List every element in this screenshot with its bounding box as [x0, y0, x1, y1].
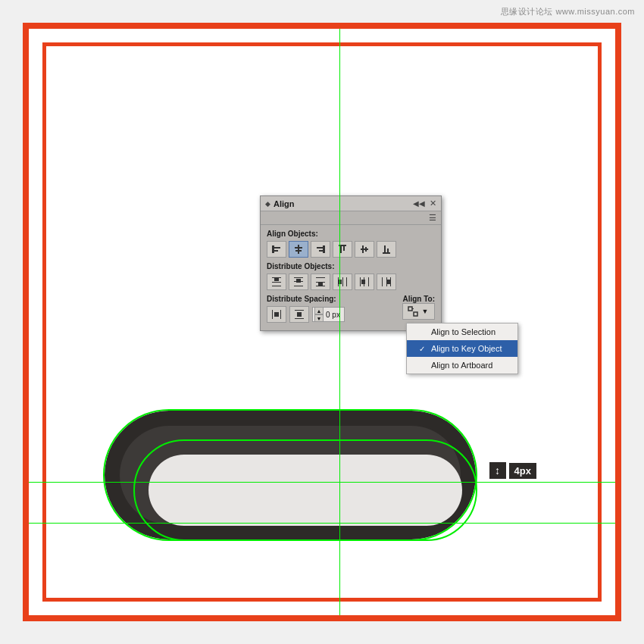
svg-rect-9 — [339, 245, 346, 246]
panel-arrows-icon[interactable]: ◀◀ — [413, 199, 425, 208]
svg-rect-2 — [274, 250, 278, 252]
svg-rect-19 — [272, 282, 281, 283]
svg-rect-33 — [339, 280, 342, 284]
panel-title-left: ◆ Align — [265, 199, 295, 208]
align-objects-label: Align Objects: — [267, 230, 435, 238]
canvas-area: ↕ 4px ◆ Align ◀◀ ✕ ☰ Align Objects: — [23, 23, 621, 621]
svg-rect-10 — [340, 246, 342, 253]
svg-rect-43 — [280, 310, 281, 319]
collapse-icon[interactable]: ◆ — [265, 200, 270, 208]
spinner-down[interactable]: ▼ — [314, 314, 324, 322]
dist-top-button[interactable] — [267, 274, 286, 290]
svg-rect-20 — [272, 286, 281, 286]
align-bottom-button[interactable] — [377, 241, 396, 258]
distribute-objects-row — [267, 274, 435, 290]
svg-rect-30 — [338, 277, 339, 286]
check-artboard — [419, 361, 428, 370]
align-middle-v-button[interactable] — [355, 241, 374, 258]
align-objects-row — [267, 241, 435, 258]
dist-center-v-button[interactable] — [289, 274, 308, 290]
svg-rect-38 — [382, 277, 383, 286]
svg-rect-29 — [318, 283, 323, 286]
svg-rect-49 — [414, 312, 417, 316]
distribute-spacing-part: Distribute Spacing: ▲ ▼ — [267, 295, 345, 323]
svg-rect-12 — [361, 249, 368, 250]
svg-rect-48 — [408, 307, 412, 311]
svg-rect-45 — [295, 310, 304, 311]
svg-rect-13 — [362, 245, 364, 253]
shape-innermost — [148, 455, 462, 526]
svg-rect-22 — [294, 277, 303, 278]
align-to-dropdown[interactable]: ▼ — [402, 303, 435, 320]
svg-rect-27 — [316, 282, 325, 283]
svg-rect-40 — [390, 277, 391, 286]
panel-menu-icon[interactable]: ☰ — [429, 213, 436, 223]
dropdown-item-artboard[interactable]: Align to Artboard — [407, 357, 517, 374]
check-selection — [419, 328, 428, 336]
svg-rect-4 — [295, 247, 302, 249]
shape-inner — [120, 426, 461, 524]
svg-rect-14 — [365, 247, 367, 252]
dropdown-item-label-artboard: Align to Artboard — [431, 361, 492, 370]
dist-center-h-button[interactable] — [355, 274, 374, 290]
svg-rect-26 — [316, 277, 325, 278]
dist-right-button[interactable] — [377, 274, 396, 290]
svg-rect-11 — [343, 246, 345, 251]
panel-titlebar: ◆ Align ◀◀ ✕ — [261, 196, 441, 211]
panel-body: Align Objects: — [261, 225, 441, 330]
svg-rect-16 — [384, 245, 386, 252]
align-to-label: Align To: — [402, 295, 435, 303]
px-spinner[interactable]: ▲ ▼ — [314, 307, 324, 322]
watermark: 思缘设计论坛 www.missyuan.com — [501, 6, 635, 17]
svg-rect-47 — [297, 312, 302, 317]
panel-title: Align — [274, 199, 295, 208]
distribute-spacing-row: ▲ ▼ 0 px — [267, 306, 345, 323]
svg-rect-8 — [319, 250, 324, 252]
dropdown-item-label-selection: Align to Selection — [431, 327, 496, 336]
svg-rect-46 — [295, 318, 304, 319]
svg-rect-6 — [323, 245, 325, 253]
spinner-up[interactable]: ▲ — [314, 307, 324, 314]
svg-rect-18 — [272, 277, 281, 278]
panel-titlebar-right: ◀◀ ✕ — [413, 199, 436, 208]
svg-rect-3 — [298, 245, 299, 254]
svg-rect-42 — [272, 310, 273, 319]
shape-outer — [105, 411, 476, 539]
svg-rect-5 — [295, 250, 302, 252]
arrow-label: 4px — [509, 463, 536, 479]
svg-rect-0 — [272, 245, 274, 253]
align-to-part: Align To: ▼ — [402, 295, 435, 320]
svg-rect-34 — [360, 277, 361, 286]
distribute-spacing-label: Distribute Spacing: — [267, 295, 345, 303]
align-top-button[interactable] — [333, 241, 352, 258]
align-left-button[interactable] — [267, 241, 286, 258]
svg-rect-36 — [368, 277, 369, 286]
panel-close-icon[interactable]: ✕ — [430, 199, 436, 208]
svg-rect-7 — [317, 247, 324, 249]
dist-bottom-button[interactable] — [311, 274, 330, 290]
dist-spacing-h-button[interactable] — [267, 306, 286, 323]
dist-spacing-v-button[interactable] — [289, 306, 309, 323]
svg-rect-39 — [386, 277, 387, 286]
svg-rect-15 — [383, 252, 390, 254]
align-panel: ◆ Align ◀◀ ✕ ☰ Align Objects: — [260, 195, 442, 331]
arrow-indicator: ↕ 4px — [489, 462, 536, 479]
svg-rect-31 — [342, 277, 343, 286]
svg-rect-28 — [316, 286, 325, 286]
dropdown-item-label-key-object: Align to Key Object — [431, 344, 502, 353]
svg-rect-32 — [346, 277, 347, 286]
dropdown-item-selection[interactable]: Align to Selection — [407, 324, 517, 340]
dropdown-item-key-object[interactable]: ✓ Align to Key Object — [407, 340, 517, 357]
svg-rect-24 — [294, 286, 303, 286]
dist-left-button[interactable] — [333, 274, 352, 290]
align-center-h-button[interactable] — [289, 241, 308, 258]
distribute-spacing-align-to-section: Distribute Spacing: ▲ ▼ — [267, 295, 435, 323]
svg-rect-21 — [274, 278, 279, 281]
dropdown-arrow-icon: ▼ — [421, 308, 428, 315]
svg-rect-25 — [296, 279, 301, 283]
svg-rect-37 — [361, 280, 365, 284]
shape-container: ↕ 4px — [105, 411, 476, 547]
svg-rect-41 — [387, 280, 390, 284]
align-right-button[interactable] — [311, 241, 330, 258]
svg-rect-44 — [274, 312, 279, 317]
